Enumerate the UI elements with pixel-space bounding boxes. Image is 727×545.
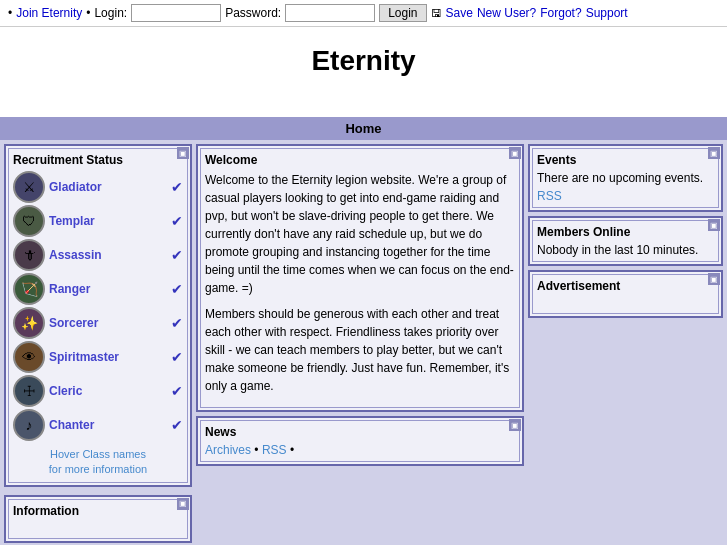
recruit-item: ♪Chanter✔ [13,409,183,441]
recruit-item: 🏹Ranger✔ [13,273,183,305]
class-icon-gladiator: ⚔ [13,171,45,203]
recruit-item: ✨Sorcerer✔ [13,307,183,339]
recruit-item: 👁Spiritmaster✔ [13,341,183,373]
members-title: Members Online [537,225,714,239]
class-name-templar[interactable]: Templar [49,214,167,228]
welcome-panel: ▣ Welcome Welcome to the Eternity legion… [196,144,524,412]
class-icon-cleric: ☩ [13,375,45,407]
password-input[interactable] [285,4,375,22]
ad-panel-inner: Advertisement [532,274,719,314]
class-name-assassin[interactable]: Assassin [49,248,167,262]
class-name-sorcerer[interactable]: Sorcerer [49,316,167,330]
welcome-text: Welcome to the Eternity legion website. … [205,171,515,395]
recruit-item: ⚔Gladiator✔ [13,171,183,203]
information-title: Information [13,504,183,518]
site-title: Eternity [0,27,727,87]
panel-corner-ad: ▣ [708,273,720,285]
news-title: News [205,425,515,439]
class-check-spiritmaster: ✔ [171,349,183,365]
ad-panel: ▣ Advertisement [528,270,723,318]
nav-home[interactable]: Home [345,121,381,136]
forgot-link[interactable]: Forgot? [540,6,581,20]
events-panel-inner: Events There are no upcoming events. RSS [532,148,719,208]
join-eternity-link[interactable]: Join Eternity [16,6,82,20]
members-status: Nobody in the last 10 minutes. [537,243,714,257]
members-panel-inner: Members Online Nobody in the last 10 min… [532,220,719,262]
news-rss-link[interactable]: RSS [262,443,287,457]
panel-corner-members: ▣ [708,219,720,231]
class-check-templar: ✔ [171,213,183,229]
col-right: ▣ Events There are no upcoming events. R… [528,144,723,487]
bottom-area: ▣ Information [0,491,727,545]
class-check-sorcerer: ✔ [171,315,183,331]
login-input[interactable] [131,4,221,22]
save-icon: 🖫 [431,7,442,19]
class-check-gladiator: ✔ [171,179,183,195]
recruit-item: 🗡Assassin✔ [13,239,183,271]
recruit-footer: Hover Class namesfor more information [13,447,183,478]
welcome-title: Welcome [205,153,515,167]
information-panel-inner: Information [8,499,188,539]
nav-bar: Home [0,117,727,140]
save-link[interactable]: Save [446,6,473,20]
news-separator1: • [254,443,262,457]
welcome-para1: Welcome to the Eternity legion website. … [205,171,515,297]
panel-corner-info: ▣ [177,498,189,510]
save-area: 🖫 Save [431,6,473,20]
class-name-cleric[interactable]: Cleric [49,384,167,398]
events-rss-link[interactable]: RSS [537,189,562,203]
events-title: Events [537,153,714,167]
class-name-ranger[interactable]: Ranger [49,282,167,296]
ad-title: Advertisement [537,279,714,293]
support-link[interactable]: Support [586,6,628,20]
panel-corner-welcome: ▣ [509,147,521,159]
class-check-chanter: ✔ [171,417,183,433]
members-panel: ▣ Members Online Nobody in the last 10 m… [528,216,723,266]
class-check-assassin: ✔ [171,247,183,263]
recruitment-panel: ▣ Recruitment Status ⚔Gladiator✔🛡Templar… [4,144,192,487]
class-icon-chanter: ♪ [13,409,45,441]
bullet-1: • [8,6,12,20]
password-label: Password: [225,6,281,20]
class-check-cleric: ✔ [171,383,183,399]
news-links: Archives • RSS • [205,443,515,457]
recruit-item: ☩Cleric✔ [13,375,183,407]
recruit-item: 🛡Templar✔ [13,205,183,237]
class-name-gladiator[interactable]: Gladiator [49,180,167,194]
events-no-events: There are no upcoming events. [537,171,714,185]
class-icon-spiritmaster: 👁 [13,341,45,373]
panel-corner-recruitment: ▣ [177,147,189,159]
welcome-panel-inner: Welcome Welcome to the Eternity legion w… [200,148,520,408]
panel-corner-events: ▣ [708,147,720,159]
welcome-para2: Members should be generous with each oth… [205,305,515,395]
top-bar: • Join Eternity • Login: Password: Login… [0,0,727,27]
class-list: ⚔Gladiator✔🛡Templar✔🗡Assassin✔🏹Ranger✔✨S… [13,171,183,441]
news-panel: ▣ News Archives • RSS • [196,416,524,466]
main-content: ▣ Recruitment Status ⚔Gladiator✔🛡Templar… [0,140,727,491]
login-label: Login: [94,6,127,20]
information-panel: ▣ Information [4,495,192,543]
col-left: ▣ Recruitment Status ⚔Gladiator✔🛡Templar… [4,144,192,487]
recruitment-panel-inner: Recruitment Status ⚔Gladiator✔🛡Templar✔🗡… [8,148,188,483]
news-panel-inner: News Archives • RSS • [200,420,520,462]
login-button[interactable]: Login [379,4,426,22]
news-separator2: • [290,443,294,457]
new-user-link[interactable]: New User? [477,6,536,20]
class-name-spiritmaster[interactable]: Spiritmaster [49,350,167,364]
class-check-ranger: ✔ [171,281,183,297]
recruitment-title: Recruitment Status [13,153,183,167]
class-icon-sorcerer: ✨ [13,307,45,339]
news-archives-link[interactable]: Archives [205,443,251,457]
class-icon-ranger: 🏹 [13,273,45,305]
class-name-chanter[interactable]: Chanter [49,418,167,432]
class-icon-templar: 🛡 [13,205,45,237]
panel-corner-news: ▣ [509,419,521,431]
events-panel: ▣ Events There are no upcoming events. R… [528,144,723,212]
bullet-2: • [86,6,90,20]
col-mid: ▣ Welcome Welcome to the Eternity legion… [196,144,524,487]
class-icon-assassin: 🗡 [13,239,45,271]
